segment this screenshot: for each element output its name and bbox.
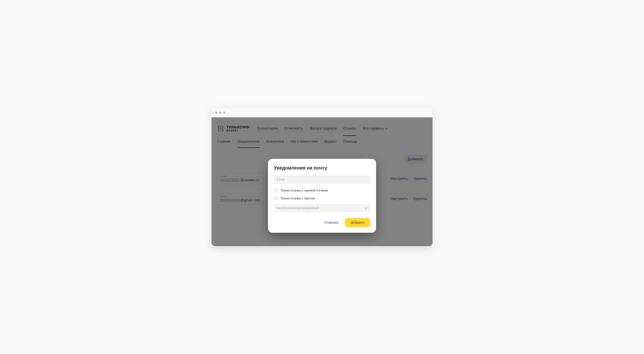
chevron-down-icon [364,207,368,209]
frequency-select[interactable]: Частота получения уведомлений [274,204,370,212]
frequency-placeholder: Частота получения уведомлений [276,207,319,210]
window-close-icon[interactable] [215,111,218,114]
window-maximize-icon[interactable] [223,111,225,114]
modal-actions: Отменить Добавить [274,218,370,227]
cancel-button[interactable]: Отменить [323,219,340,226]
window-minimize-icon[interactable] [219,111,222,114]
browser-window: ТИНЬКОФФ БИЗНЕС Бухгалтерия Отчетность В… [212,108,432,246]
checkbox-label: Только отзывы с оценкой 3 и ниже [280,189,328,192]
modal-title: Уведомления на почту [274,165,370,171]
checkbox-row-rating: Только отзывы с оценкой 3 и ниже [274,188,370,193]
checkbox-row-text: Только отзывы с текстом [274,196,370,200]
stage: ТИНЬКОФФ БИЗНЕС Бухгалтерия Отчетность В… [176,97,468,257]
email-notifications-modal: Уведомления на почту Только отзывы с оце… [268,159,376,233]
email-input[interactable] [274,175,370,184]
checkbox-label: Только отзывы с текстом [280,197,315,200]
submit-button[interactable]: Добавить [345,218,370,227]
checkbox-with-text-only[interactable] [274,196,278,200]
checkbox-rating-3-or-below[interactable] [274,188,278,193]
window-chrome [212,108,432,117]
modal-overlay[interactable]: Уведомления на почту Только отзывы с оце… [212,117,432,246]
